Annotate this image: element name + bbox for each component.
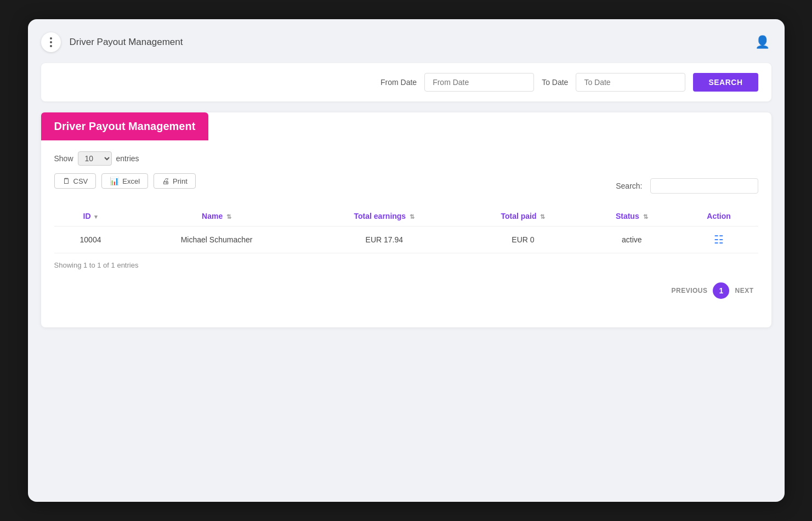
from-date-label: From Date [381, 78, 417, 87]
excel-button[interactable]: 📊 Excel [101, 173, 148, 189]
show-label: Show [54, 154, 73, 163]
print-icon: 🖨 [162, 177, 169, 185]
print-button[interactable]: 🖨 Print [154, 173, 196, 189]
data-table: ID ▾ Name ⇅ Total earnings ⇅ Total paid … [54, 206, 758, 253]
col-total-paid[interactable]: Total paid ⇅ [462, 206, 584, 226]
table-row: 10004 Michael Schumacher EUR 17.94 EUR 0… [54, 226, 758, 253]
col-action: Action [680, 206, 758, 226]
to-date-input[interactable] [576, 73, 685, 92]
col-name[interactable]: Name ⇅ [127, 206, 306, 226]
cell-action: ☷ [680, 226, 758, 253]
cell-paid: EUR 0 [462, 226, 584, 253]
paid-sort-icon: ⇅ [540, 213, 545, 220]
csv-label: CSV [73, 177, 88, 185]
col-status[interactable]: Status ⇅ [584, 206, 680, 226]
table-header-row: ID ▾ Name ⇅ Total earnings ⇅ Total paid … [54, 206, 758, 226]
table-search-input[interactable] [650, 178, 758, 194]
to-date-label: To Date [542, 78, 568, 87]
entries-label: entries [116, 154, 139, 163]
menu-button[interactable] [41, 32, 61, 52]
from-date-input[interactable] [424, 73, 534, 92]
previous-button[interactable]: PREVIOUS [671, 287, 707, 295]
next-button[interactable]: NEXT [735, 287, 753, 295]
export-row: 🗒 CSV 📊 Excel 🖨 Print [54, 173, 196, 189]
excel-label: Excel [122, 177, 140, 185]
cell-name: Michael Schumacher [127, 226, 306, 253]
main-card: Driver Payout Management Show 10 25 50 1… [41, 112, 771, 327]
pagination-row: PREVIOUS 1 NEXT [54, 282, 758, 299]
action-icon[interactable]: ☷ [714, 234, 724, 246]
id-sort-icon: ▾ [94, 213, 98, 220]
card-body: Show 10 25 50 100 entries 🗒 CSV � [41, 140, 771, 310]
col-id[interactable]: ID ▾ [54, 206, 127, 226]
name-sort-icon: ⇅ [226, 213, 231, 220]
card-header: Driver Payout Management [41, 112, 209, 140]
table-search-label: Search: [616, 182, 642, 190]
csv-button[interactable]: 🗒 CSV [54, 173, 96, 189]
entries-select[interactable]: 10 25 50 100 [78, 151, 112, 166]
col-total-earnings[interactable]: Total earnings ⇅ [306, 206, 462, 226]
main-window: Driver Payout Management 👤 From Date To … [28, 19, 785, 502]
entries-row: Show 10 25 50 100 entries [54, 151, 758, 166]
top-bar: Driver Payout Management 👤 [41, 32, 771, 52]
search-button[interactable]: SEARCH [693, 73, 758, 92]
table-search-wrapper: Search: [616, 178, 758, 194]
showing-text: Showing 1 to 1 of 1 entries [54, 261, 758, 269]
status-sort-icon: ⇅ [643, 213, 648, 220]
user-icon: 👤 [754, 33, 771, 51]
app-title: Driver Payout Management [70, 37, 183, 48]
cell-status: active [584, 226, 680, 253]
excel-icon: 📊 [110, 177, 119, 185]
csv-icon: 🗒 [63, 177, 70, 185]
top-bar-left: Driver Payout Management [41, 32, 183, 52]
cell-id: 10004 [54, 226, 127, 253]
earnings-sort-icon: ⇅ [410, 213, 414, 220]
print-label: Print [173, 177, 188, 185]
page-1-button[interactable]: 1 [713, 282, 729, 299]
search-bar: From Date To Date SEARCH [41, 63, 771, 101]
cell-earnings: EUR 17.94 [306, 226, 462, 253]
